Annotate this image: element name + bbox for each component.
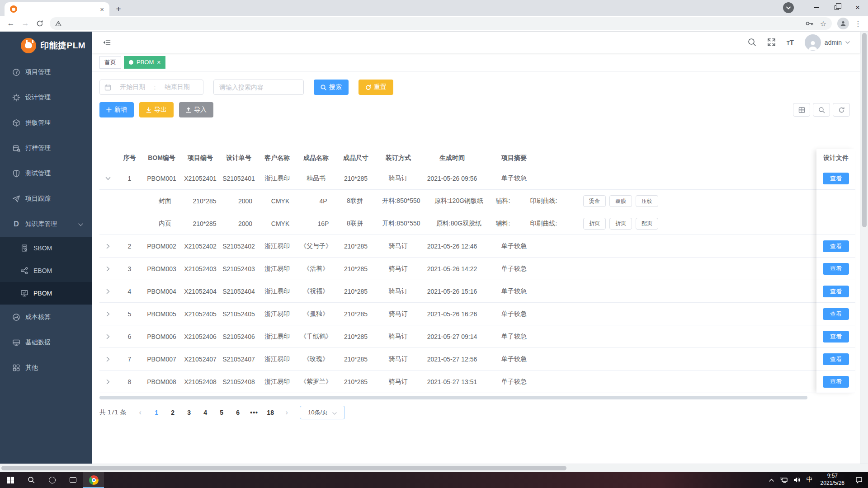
- tab-tag-首页[interactable]: 首页: [99, 56, 121, 69]
- view-button[interactable]: 查看: [823, 263, 849, 275]
- process-tag-chip[interactable]: 配页: [636, 218, 658, 230]
- tab-close-icon[interactable]: ×: [100, 6, 104, 13]
- reload-icon[interactable]: [33, 17, 46, 30]
- expand-row-icon[interactable]: [99, 311, 117, 317]
- search-input[interactable]: [213, 80, 304, 95]
- table-refresh-icon[interactable]: [833, 103, 850, 117]
- browser-menu-icon[interactable]: ⋮: [853, 19, 863, 28]
- page-number-4[interactable]: 4: [198, 406, 213, 419]
- close-button[interactable]: ×: [847, 0, 868, 15]
- browser-profile-icon[interactable]: [837, 18, 849, 29]
- view-button[interactable]: 查看: [823, 240, 849, 252]
- table-row[interactable]: 6PBOM006X21052406S21052406浙江易印《千纸鹤》210*2…: [99, 325, 855, 348]
- sidebar-item-tracking[interactable]: 项目跟踪: [0, 186, 92, 211]
- page-number-2[interactable]: 2: [165, 406, 180, 419]
- user-menu[interactable]: admin: [805, 34, 850, 51]
- collapse-menu-icon[interactable]: [102, 38, 111, 47]
- view-button[interactable]: 查看: [823, 308, 849, 320]
- sidebar-item-design[interactable]: 设计管理: [0, 85, 92, 110]
- expand-row-icon[interactable]: [99, 289, 117, 294]
- next-page-icon[interactable]: ›: [279, 406, 294, 419]
- header-search-icon[interactable]: [748, 38, 756, 47]
- view-button[interactable]: 查看: [823, 286, 849, 297]
- font-size-icon[interactable]: TT: [787, 38, 794, 46]
- page-size-select[interactable]: 10条/页: [300, 406, 345, 419]
- export-button[interactable]: 导出: [139, 102, 174, 117]
- page-horizontal-scrollbar[interactable]: [0, 464, 868, 472]
- chrome-icon[interactable]: [83, 472, 104, 488]
- action-center-icon[interactable]: [850, 472, 868, 488]
- process-tag-chip[interactable]: 压纹: [636, 195, 658, 207]
- search-button[interactable]: 搜索: [314, 80, 349, 95]
- page-number-18[interactable]: 18: [263, 406, 278, 419]
- fullscreen-icon[interactable]: [767, 38, 776, 47]
- restore-button[interactable]: [826, 0, 847, 15]
- sidebar-item-project[interactable]: 项目管理: [0, 60, 92, 85]
- cortana-icon[interactable]: [42, 472, 62, 488]
- collapse-row-icon[interactable]: [99, 176, 117, 181]
- password-key-icon[interactable]: [806, 21, 814, 26]
- table-row[interactable]: 2PBOM002X21052402S21052402浙江易印《父与子》210*2…: [99, 235, 855, 258]
- reset-button[interactable]: 重置: [359, 80, 393, 95]
- network-icon[interactable]: [778, 472, 791, 488]
- import-button[interactable]: 导入: [179, 102, 213, 117]
- expand-row-icon[interactable]: [99, 334, 117, 339]
- add-button[interactable]: 新增: [99, 102, 134, 117]
- table-view-icon[interactable]: [793, 103, 810, 117]
- address-bar[interactable]: ☆: [50, 17, 832, 30]
- tray-expand-icon[interactable]: [765, 472, 778, 488]
- sidebar-item-impose[interactable]: 拼版管理: [0, 110, 92, 136]
- bookmark-star-icon[interactable]: ☆: [820, 19, 826, 28]
- page-number-3[interactable]: 3: [181, 406, 197, 419]
- table-row[interactable]: 4PBOM004X21052404S21052404浙江易印《祝福》210*28…: [99, 280, 855, 303]
- table-row[interactable]: 5PBOM005X21052405S21052405浙江易印《孤独》210*28…: [99, 303, 855, 325]
- sidebar-item-other[interactable]: 其他: [0, 355, 92, 380]
- tag-close-icon[interactable]: ×: [157, 59, 160, 66]
- back-icon[interactable]: ←: [5, 17, 17, 30]
- task-view-icon[interactable]: [62, 472, 83, 488]
- page-number-1[interactable]: 1: [149, 406, 164, 419]
- sidebar-item-pbom[interactable]: PBOM: [0, 282, 92, 305]
- view-button[interactable]: 查看: [823, 173, 849, 184]
- table-hscrollbar[interactable]: [99, 396, 815, 399]
- sidebar-item-proof[interactable]: 打样管理: [0, 136, 92, 161]
- sidebar-item-cost[interactable]: 成本核算: [0, 305, 92, 330]
- date-range-input[interactable]: 开始日期 : 结束日期: [99, 80, 203, 95]
- tab-search-icon[interactable]: [783, 2, 794, 13]
- page-number-5[interactable]: 5: [214, 406, 229, 419]
- forward-icon[interactable]: →: [19, 17, 32, 30]
- process-tag-chip[interactable]: 折页: [583, 218, 606, 230]
- minimize-button[interactable]: [806, 0, 826, 15]
- new-tab-button[interactable]: +: [112, 3, 125, 15]
- table-row[interactable]: 8PBOM008X21052408S21052408浙江易印《紫罗兰》210*2…: [99, 371, 855, 393]
- process-tag-chip[interactable]: 折页: [609, 218, 632, 230]
- process-tag-chip[interactable]: 覆膜: [609, 195, 632, 207]
- volume-icon[interactable]: [791, 472, 803, 488]
- table-row[interactable]: 3PBOM003X21052403S21052403浙江易印《活着》210*28…: [99, 258, 855, 280]
- sidebar-item-basedata[interactable]: 基础数据: [0, 330, 92, 355]
- sidebar-item-test[interactable]: 测试管理: [0, 161, 92, 186]
- expand-row-icon[interactable]: [99, 266, 117, 272]
- expand-row-icon[interactable]: [99, 244, 117, 249]
- sidebar-item-knowledge[interactable]: D知识库管理: [0, 211, 92, 237]
- view-button[interactable]: 查看: [823, 353, 849, 365]
- sidebar-item-ebom[interactable]: EBOM: [0, 259, 92, 282]
- column-search-icon[interactable]: [813, 103, 830, 117]
- ime-indicator[interactable]: 中: [803, 472, 816, 488]
- page-vertical-scrollbar[interactable]: [860, 32, 868, 464]
- taskbar-search-icon[interactable]: [21, 472, 42, 488]
- view-button[interactable]: 查看: [823, 331, 849, 343]
- prev-page-icon[interactable]: ‹: [132, 406, 148, 419]
- sidebar-item-sbom[interactable]: SBOM: [0, 237, 92, 259]
- tab-tag-PBOM[interactable]: PBOM×: [124, 56, 165, 69]
- table-row[interactable]: 1PBOM001X21052401S21052401浙江易印精品书210*285…: [99, 167, 855, 190]
- browser-tab[interactable]: ×: [5, 2, 109, 16]
- taskbar-clock[interactable]: 9:57 2021/5/26: [821, 473, 844, 487]
- view-button[interactable]: 查看: [823, 376, 849, 388]
- process-tag-chip[interactable]: 烫金: [583, 195, 606, 207]
- expand-row-icon[interactable]: [99, 357, 117, 362]
- windows-start-icon[interactable]: [0, 472, 21, 488]
- expand-row-icon[interactable]: [99, 379, 117, 385]
- page-number-6[interactable]: 6: [230, 406, 245, 419]
- table-row[interactable]: 7PBOM007X21052407S21052407浙江易印《玫瑰》210*28…: [99, 348, 855, 371]
